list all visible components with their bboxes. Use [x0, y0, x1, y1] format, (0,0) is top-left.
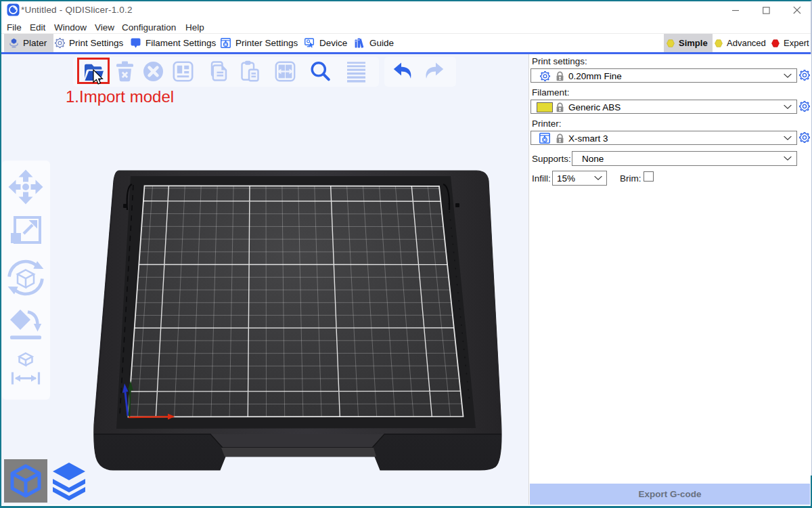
lock-icon	[556, 133, 564, 144]
tab-plater[interactable]: Plater	[4, 34, 53, 52]
tab-bar: Plater Print Settings Filament Settings	[1, 34, 811, 54]
print-settings-value: 0.20mm Fine	[568, 71, 622, 81]
simple-mode-dot-icon	[667, 39, 675, 47]
search-button[interactable]	[308, 59, 333, 84]
maximize-button[interactable]	[754, 1, 777, 19]
tab-plater-label: Plater	[23, 38, 47, 48]
chevron-down-icon	[594, 176, 602, 181]
filament-color-swatch	[537, 102, 553, 112]
menu-bar: File Edit Window View Configuration Help	[1, 19, 811, 34]
filament-label: Filament:	[532, 87, 570, 98]
scale-tool-button[interactable]	[6, 211, 45, 251]
export-gcode-label: Export G-code	[638, 489, 701, 499]
redo-button[interactable]	[421, 59, 446, 84]
chevron-down-icon	[784, 104, 792, 109]
printer-label: Printer:	[532, 119, 562, 129]
paste-button[interactable]	[238, 59, 263, 84]
supports-label: Supports:	[532, 154, 571, 164]
mode-advanced[interactable]: Advanced	[715, 34, 766, 52]
print-settings-combo[interactable]: 0.20mm Fine	[531, 68, 797, 83]
expert-mode-dot-icon	[771, 39, 780, 47]
chevron-down-icon	[784, 135, 792, 140]
delete-button[interactable]	[112, 59, 137, 84]
menu-help[interactable]: Help	[185, 21, 204, 34]
tab-print-settings[interactable]: Print Settings	[55, 34, 123, 52]
tab-print-settings-label: Print Settings	[69, 38, 123, 48]
mode-expert[interactable]: Expert	[771, 34, 809, 52]
app-logo-icon	[7, 3, 20, 16]
filament-gear-button[interactable]	[799, 101, 810, 112]
filament-icon	[131, 38, 141, 49]
measure-tool-button[interactable]	[6, 350, 45, 389]
undo-button[interactable]	[391, 59, 416, 84]
split-objects-button[interactable]	[273, 59, 298, 84]
mode-simple-label: Simple	[679, 38, 708, 48]
close-button[interactable]	[786, 1, 809, 19]
viewport-3d[interactable]: 1.Import model	[1, 54, 528, 505]
infill-combo[interactable]: 15%	[552, 171, 607, 186]
view-mode-switch	[4, 459, 91, 503]
tab-printer-settings-label: Printer Settings	[235, 38, 298, 48]
window-title: *Untitled - QIDISlicer-1.0.2	[21, 5, 133, 15]
arrange-button[interactable]	[171, 59, 196, 84]
brim-label: Brim:	[620, 173, 641, 184]
preview-view-button[interactable]	[47, 459, 91, 503]
tab-guide-label: Guide	[369, 38, 394, 48]
lock-icon	[556, 102, 564, 112]
printer-gear-button[interactable]	[799, 132, 810, 143]
copy-button[interactable]	[208, 59, 233, 84]
menu-file[interactable]: File	[7, 21, 22, 34]
filament-value: Generic ABS	[568, 102, 621, 112]
gear-icon	[540, 71, 550, 81]
editor-view-cube-icon	[7, 463, 44, 499]
place-on-face-tool-button[interactable]	[6, 305, 45, 344]
main-area: 1.Import model	[1, 54, 811, 506]
app-window: *Untitled - QIDISlicer-1.0.2 File Edit W…	[0, 0, 812, 508]
tab-filament-settings-label: Filament Settings	[145, 38, 216, 48]
export-gcode-button[interactable]: Export G-code	[530, 484, 810, 505]
printer-icon	[539, 133, 550, 144]
move-tool-button[interactable]	[6, 167, 45, 207]
tab-device-label: Device	[319, 38, 347, 48]
printer-combo[interactable]: X-smart 3	[531, 131, 797, 145]
variable-layer-height-button[interactable]	[344, 59, 369, 84]
tab-guide[interactable]: Guide	[355, 34, 394, 52]
menu-view[interactable]: View	[95, 21, 114, 34]
infill-label: Infill:	[532, 173, 551, 184]
supports-combo[interactable]: None	[572, 151, 797, 166]
preview-layers-icon	[50, 461, 88, 501]
menu-configuration[interactable]: Configuration	[122, 21, 176, 34]
rotate-tool-button[interactable]	[6, 258, 45, 297]
menu-window[interactable]: Window	[54, 21, 87, 34]
editor-view-button[interactable]	[4, 459, 47, 503]
print-bed-3d	[91, 166, 508, 481]
gear-icon	[55, 38, 65, 48]
brim-checkbox[interactable]	[644, 171, 654, 182]
tab-filament-settings[interactable]: Filament Settings	[131, 34, 216, 52]
title-bar: *Untitled - QIDISlicer-1.0.2	[1, 1, 811, 19]
settings-sidebar: Print settings: 0.20mm Fine	[528, 54, 811, 505]
guide-icon	[355, 38, 365, 48]
import-annotation: 1.Import model	[66, 87, 174, 106]
mouse-cursor	[93, 69, 109, 87]
printer-value: X-smart 3	[568, 133, 608, 144]
filament-combo[interactable]: Generic ABS	[531, 100, 797, 114]
print-settings-label: Print settings:	[532, 56, 587, 66]
print-settings-gear-button[interactable]	[799, 70, 810, 81]
infill-value: 15%	[557, 173, 575, 184]
device-icon	[304, 38, 315, 48]
mode-simple[interactable]: Simple	[664, 34, 713, 52]
tab-device[interactable]: Device	[304, 34, 347, 52]
tab-printer-settings[interactable]: Printer Settings	[221, 34, 298, 52]
printer-icon	[221, 38, 231, 48]
plater-icon	[9, 38, 19, 48]
menu-edit[interactable]: Edit	[30, 21, 45, 34]
minimize-button[interactable]	[724, 1, 747, 19]
supports-value: None	[582, 154, 604, 164]
chevron-down-icon	[784, 156, 792, 161]
delete-all-button[interactable]	[141, 59, 166, 84]
lock-icon	[556, 71, 564, 81]
chevron-down-icon	[784, 73, 792, 78]
advanced-mode-dot-icon	[715, 39, 723, 47]
mode-advanced-label: Advanced	[727, 38, 766, 48]
